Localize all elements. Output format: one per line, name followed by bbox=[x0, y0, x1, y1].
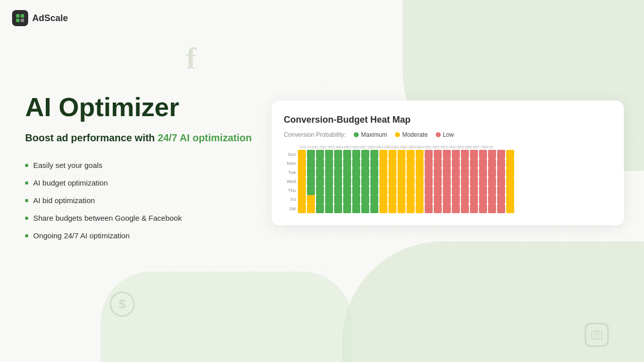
heatmap-cell bbox=[452, 159, 460, 168]
heatmap-cell bbox=[416, 159, 424, 168]
heatmap-cell bbox=[361, 159, 369, 168]
heatmap-cell bbox=[370, 168, 378, 177]
day-label: Tue bbox=[284, 170, 298, 175]
time-label: 01:00 bbox=[428, 145, 436, 149]
heatmap-cell bbox=[479, 177, 487, 186]
heatmap-cell bbox=[379, 177, 387, 186]
heatmap-cell bbox=[452, 177, 460, 186]
heatmap-cells bbox=[298, 204, 514, 213]
heatmap-cells bbox=[298, 195, 514, 204]
legend-low: Low bbox=[436, 131, 454, 138]
heatmap-cell bbox=[361, 204, 369, 213]
heatmap-cell bbox=[434, 186, 442, 195]
heatmap-cell bbox=[379, 186, 387, 195]
heatmap-cell bbox=[470, 204, 478, 213]
heatmap-card: Conversion-Budget Heat Map Conversion Pr… bbox=[272, 101, 624, 225]
day-label: Sun bbox=[284, 152, 298, 157]
heatmap-cell bbox=[407, 159, 415, 168]
heatmap-cell bbox=[425, 150, 433, 159]
day-label: Fri bbox=[284, 197, 298, 202]
heatmap-cell bbox=[298, 177, 306, 186]
heatmap-cell bbox=[298, 168, 306, 177]
heatmap-cell bbox=[452, 195, 460, 204]
heatmap-cell bbox=[434, 177, 442, 186]
time-label: 19:00 bbox=[379, 145, 387, 149]
legend: Conversion Probability: Maximum Moderate… bbox=[284, 131, 612, 138]
heatmap-cell bbox=[352, 204, 360, 213]
header: AdScale bbox=[12, 10, 68, 26]
heatmap-cell bbox=[379, 159, 387, 168]
heatmap-cell bbox=[416, 186, 424, 195]
heatmap-cell bbox=[370, 186, 378, 195]
heatmap-cell bbox=[470, 177, 478, 186]
heatmap-cells bbox=[298, 150, 514, 159]
heatmap-cell bbox=[397, 177, 406, 186]
heatmap-cell bbox=[361, 168, 369, 177]
feature-text: AI bid optimization bbox=[33, 196, 95, 205]
heatmap-cell bbox=[497, 150, 505, 159]
heatmap-cell bbox=[470, 168, 478, 177]
heatmap-cell bbox=[298, 204, 306, 213]
feature-item: Ongoing 24/7 AI optimization bbox=[25, 231, 257, 240]
heatmap-cell bbox=[334, 150, 342, 159]
heatmap-cell bbox=[506, 186, 514, 195]
heatmap-cell bbox=[425, 186, 433, 195]
page-content: AdScale f $ AI Optimizer Boost ad perfor… bbox=[0, 0, 644, 362]
bullet-icon bbox=[25, 217, 28, 220]
heatmap-cell bbox=[388, 186, 396, 195]
subtitle: Boost ad performance with 24/7 AI optimi… bbox=[25, 131, 257, 145]
main-title: AI Optimizer bbox=[25, 93, 257, 122]
heatmap-cell bbox=[316, 159, 324, 168]
heatmap-row: Sat bbox=[284, 204, 612, 213]
heatmap-cell bbox=[370, 204, 378, 213]
heatmap-cell bbox=[470, 186, 478, 195]
heatmap-cell bbox=[461, 159, 469, 168]
heatmap-cell bbox=[316, 177, 324, 186]
heatmap-cell bbox=[370, 159, 378, 168]
heatmap-cell bbox=[506, 150, 514, 159]
heatmap-cell bbox=[470, 150, 478, 159]
heatmap-cell bbox=[388, 195, 396, 204]
heatmap-cell bbox=[488, 177, 496, 186]
heatmap-cell bbox=[461, 150, 469, 159]
heatmap-cell bbox=[416, 168, 424, 177]
day-label: Wed bbox=[284, 179, 298, 184]
legend-label: Conversion Probability: bbox=[284, 131, 346, 138]
heatmap-cell bbox=[497, 159, 505, 168]
heatmap-cell bbox=[307, 177, 315, 186]
bullet-icon bbox=[25, 234, 28, 237]
heatmap-row: Fri bbox=[284, 195, 612, 204]
heatmap-cell bbox=[497, 186, 505, 195]
svg-rect-3 bbox=[21, 19, 24, 22]
heatmap-cell bbox=[298, 195, 306, 204]
feature-item: Share budgets between Google & Facebook bbox=[25, 214, 257, 222]
heatmap-cell bbox=[388, 159, 396, 168]
bullet-icon bbox=[25, 199, 28, 202]
heatmap-cell bbox=[307, 150, 315, 159]
heatmap-cell bbox=[488, 159, 496, 168]
heatmap-cell bbox=[407, 186, 415, 195]
time-label: 15:00 bbox=[347, 145, 355, 149]
feature-item: Easily set your goals bbox=[25, 161, 257, 169]
heatmap-cell bbox=[416, 150, 424, 159]
time-label: 12:00 bbox=[323, 145, 331, 149]
time-label: 22:00 bbox=[404, 145, 412, 149]
heatmap-cell bbox=[479, 195, 487, 204]
time-label: 07:00 bbox=[476, 145, 484, 149]
heatmap-cell bbox=[298, 186, 306, 195]
heatmap-cell bbox=[452, 150, 460, 159]
heatmap-cell bbox=[488, 150, 496, 159]
heatmap-cell bbox=[479, 204, 487, 213]
heatmap-row: Tue bbox=[284, 168, 612, 177]
heatmap-cell bbox=[452, 204, 460, 213]
heatmap-cell bbox=[316, 150, 324, 159]
heatmap-cell bbox=[407, 195, 415, 204]
heatmap-cell bbox=[488, 204, 496, 213]
feature-text: Easily set your goals bbox=[33, 161, 103, 169]
time-label: 10:00 bbox=[307, 145, 315, 149]
heatmap-cell bbox=[443, 177, 451, 186]
heatmap-cell bbox=[352, 168, 360, 177]
feature-item: AI bid optimization bbox=[25, 196, 257, 205]
heatmap-cell bbox=[316, 195, 324, 204]
day-label: Thu bbox=[284, 188, 298, 193]
